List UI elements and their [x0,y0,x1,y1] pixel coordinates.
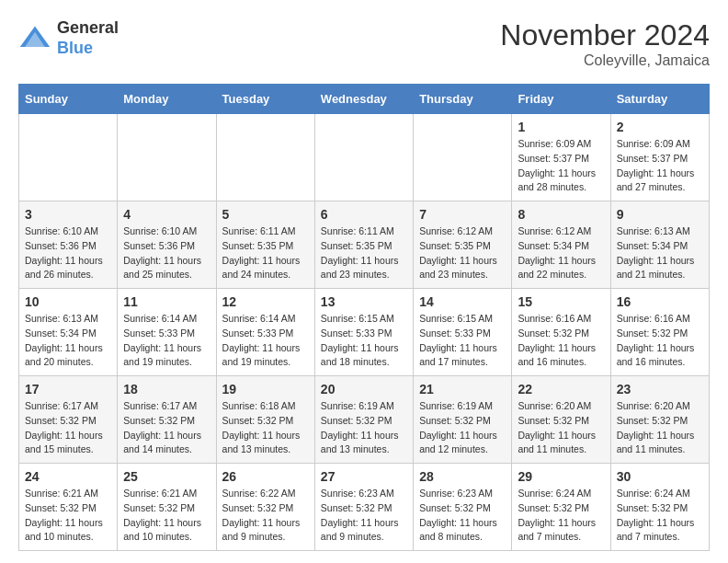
day-info: Sunrise: 6:15 AM Sunset: 5:33 PM Dayligh… [419,312,506,370]
day-info: Sunrise: 6:21 AM Sunset: 5:32 PM Dayligh… [25,487,111,545]
logo: General Blue [18,18,119,58]
day-number: 8 [518,207,604,222]
day-number: 4 [123,207,210,222]
day-number: 20 [321,382,407,396]
calendar-cell: 5Sunrise: 6:11 AM Sunset: 5:35 PM Daylig… [216,201,314,289]
calendar-week-1: 3Sunrise: 6:10 AM Sunset: 5:36 PM Daylig… [19,201,710,289]
calendar-cell: 10Sunrise: 6:13 AM Sunset: 5:34 PM Dayli… [19,289,118,376]
day-info: Sunrise: 6:18 AM Sunset: 5:32 PM Dayligh… [222,399,309,457]
calendar-cell: 27Sunrise: 6:23 AM Sunset: 5:32 PM Dayli… [314,464,413,551]
calendar-week-0: 1Sunrise: 6:09 AM Sunset: 5:37 PM Daylig… [19,114,710,201]
day-number: 17 [25,382,111,396]
day-info: Sunrise: 6:15 AM Sunset: 5:33 PM Dayligh… [321,312,407,370]
day-number: 25 [123,469,210,484]
calendar-cell: 18Sunrise: 6:17 AM Sunset: 5:32 PM Dayli… [118,376,216,464]
calendar-cell [414,114,512,201]
day-info: Sunrise: 6:19 AM Sunset: 5:32 PM Dayligh… [419,399,506,457]
calendar-cell [118,114,216,201]
day-info: Sunrise: 6:14 AM Sunset: 5:33 PM Dayligh… [222,312,309,370]
day-info: Sunrise: 6:23 AM Sunset: 5:32 PM Dayligh… [321,487,407,545]
day-info: Sunrise: 6:14 AM Sunset: 5:33 PM Dayligh… [123,312,210,370]
calendar-cell: 28Sunrise: 6:23 AM Sunset: 5:32 PM Dayli… [414,464,512,551]
calendar-cell: 21Sunrise: 6:19 AM Sunset: 5:32 PM Dayli… [414,376,512,464]
day-number: 11 [123,294,210,309]
day-info: Sunrise: 6:10 AM Sunset: 5:36 PM Dayligh… [25,224,111,282]
day-info: Sunrise: 6:16 AM Sunset: 5:32 PM Dayligh… [518,312,604,370]
day-number: 6 [321,207,407,222]
title-block: November 2024 Coleyville, Jamaica [500,18,710,69]
header-cell-thursday: Thursday [414,85,512,114]
day-number: 5 [222,207,309,222]
day-number: 9 [617,207,703,222]
day-number: 16 [617,294,703,309]
header-cell-tuesday: Tuesday [216,85,314,114]
calendar-cell: 25Sunrise: 6:21 AM Sunset: 5:32 PM Dayli… [118,464,216,551]
day-info: Sunrise: 6:21 AM Sunset: 5:32 PM Dayligh… [123,487,210,545]
day-info: Sunrise: 6:11 AM Sunset: 5:35 PM Dayligh… [321,224,407,282]
calendar-week-4: 24Sunrise: 6:21 AM Sunset: 5:32 PM Dayli… [19,464,710,551]
calendar-cell: 22Sunrise: 6:20 AM Sunset: 5:32 PM Dayli… [512,376,610,464]
day-number: 22 [518,382,604,396]
day-info: Sunrise: 6:23 AM Sunset: 5:32 PM Dayligh… [419,487,506,545]
day-info: Sunrise: 6:11 AM Sunset: 5:35 PM Dayligh… [222,224,309,282]
calendar-cell: 4Sunrise: 6:10 AM Sunset: 5:36 PM Daylig… [118,201,216,289]
calendar-cell: 13Sunrise: 6:15 AM Sunset: 5:33 PM Dayli… [314,289,413,376]
day-number: 14 [419,294,506,309]
day-info: Sunrise: 6:09 AM Sunset: 5:37 PM Dayligh… [617,137,703,195]
calendar-table: SundayMondayTuesdayWednesdayThursdayFrid… [18,84,710,551]
day-number: 12 [222,294,309,309]
day-info: Sunrise: 6:20 AM Sunset: 5:32 PM Dayligh… [617,399,703,457]
header-cell-friday: Friday [512,85,610,114]
header-row: SundayMondayTuesdayWednesdayThursdayFrid… [19,85,710,114]
header-cell-wednesday: Wednesday [314,85,413,114]
day-info: Sunrise: 6:24 AM Sunset: 5:32 PM Dayligh… [518,487,604,545]
day-number: 10 [25,294,111,309]
day-info: Sunrise: 6:12 AM Sunset: 5:35 PM Dayligh… [419,224,506,282]
calendar-cell: 23Sunrise: 6:20 AM Sunset: 5:32 PM Dayli… [610,376,709,464]
calendar-cell: 26Sunrise: 6:22 AM Sunset: 5:32 PM Dayli… [216,464,314,551]
day-info: Sunrise: 6:19 AM Sunset: 5:32 PM Dayligh… [321,399,407,457]
day-number: 26 [222,469,309,484]
calendar-cell [314,114,413,201]
calendar-week-3: 17Sunrise: 6:17 AM Sunset: 5:32 PM Dayli… [19,376,710,464]
calendar-cell: 30Sunrise: 6:24 AM Sunset: 5:32 PM Dayli… [610,464,709,551]
day-info: Sunrise: 6:24 AM Sunset: 5:32 PM Dayligh… [617,487,703,545]
logo-icon [18,22,51,55]
day-number: 21 [419,382,506,396]
calendar-cell: 11Sunrise: 6:14 AM Sunset: 5:33 PM Dayli… [118,289,216,376]
calendar-cell: 24Sunrise: 6:21 AM Sunset: 5:32 PM Dayli… [19,464,118,551]
calendar-cell [216,114,314,201]
calendar-cell: 29Sunrise: 6:24 AM Sunset: 5:32 PM Dayli… [512,464,610,551]
day-number: 18 [123,382,210,396]
calendar-cell: 16Sunrise: 6:16 AM Sunset: 5:32 PM Dayli… [610,289,709,376]
calendar-cell: 8Sunrise: 6:12 AM Sunset: 5:34 PM Daylig… [512,201,610,289]
calendar-cell: 20Sunrise: 6:19 AM Sunset: 5:32 PM Dayli… [314,376,413,464]
day-info: Sunrise: 6:20 AM Sunset: 5:32 PM Dayligh… [518,399,604,457]
calendar-cell: 9Sunrise: 6:13 AM Sunset: 5:34 PM Daylig… [610,201,709,289]
day-number: 15 [518,294,604,309]
day-number: 28 [419,469,506,484]
day-info: Sunrise: 6:09 AM Sunset: 5:37 PM Dayligh… [518,137,604,195]
month-title: November 2024 [500,18,710,52]
day-info: Sunrise: 6:17 AM Sunset: 5:32 PM Dayligh… [123,399,210,457]
calendar-cell: 15Sunrise: 6:16 AM Sunset: 5:32 PM Dayli… [512,289,610,376]
calendar-cell: 3Sunrise: 6:10 AM Sunset: 5:36 PM Daylig… [19,201,118,289]
calendar-cell: 7Sunrise: 6:12 AM Sunset: 5:35 PM Daylig… [414,201,512,289]
day-number: 19 [222,382,309,396]
header-cell-monday: Monday [118,85,216,114]
page-header: General Blue November 2024 Coleyville, J… [18,18,710,69]
day-number: 23 [617,382,703,396]
header-cell-saturday: Saturday [610,85,709,114]
calendar-cell [19,114,118,201]
day-number: 2 [617,120,703,134]
day-number: 7 [419,207,506,222]
day-number: 13 [321,294,407,309]
day-info: Sunrise: 6:12 AM Sunset: 5:34 PM Dayligh… [518,224,604,282]
calendar-cell: 17Sunrise: 6:17 AM Sunset: 5:32 PM Dayli… [19,376,118,464]
day-number: 1 [518,120,604,134]
logo-general: General [57,18,119,39]
calendar-cell: 6Sunrise: 6:11 AM Sunset: 5:35 PM Daylig… [314,201,413,289]
day-number: 3 [25,207,111,222]
calendar-cell: 19Sunrise: 6:18 AM Sunset: 5:32 PM Dayli… [216,376,314,464]
calendar-week-2: 10Sunrise: 6:13 AM Sunset: 5:34 PM Dayli… [19,289,710,376]
